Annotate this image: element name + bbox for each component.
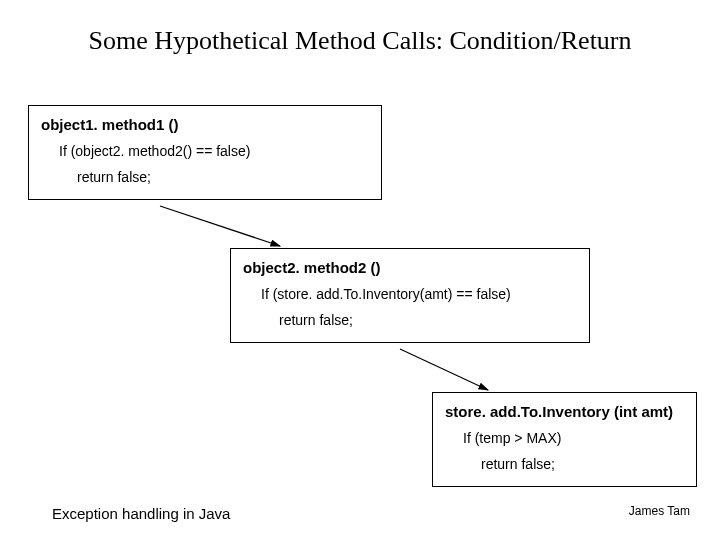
svg-line-1 (400, 349, 488, 390)
arrow-2 (0, 0, 720, 540)
footer-right: James Tam (629, 504, 690, 518)
footer-left: Exception handling in Java (52, 505, 230, 522)
